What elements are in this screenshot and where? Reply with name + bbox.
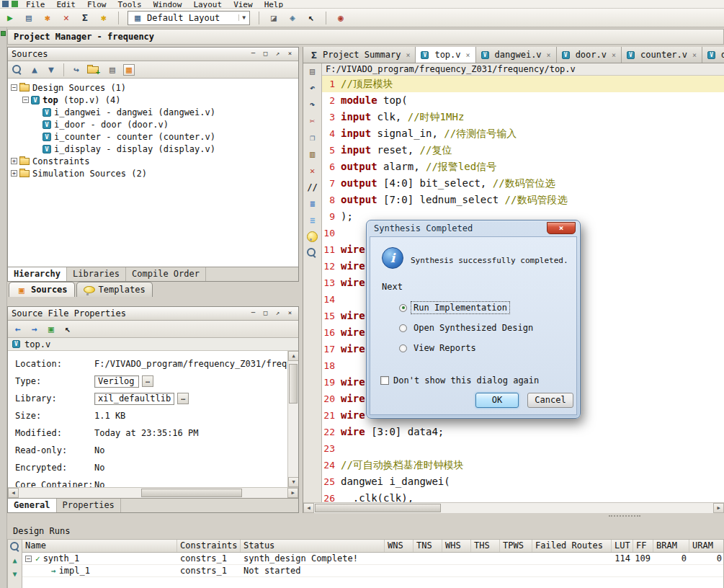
vertical-scrollbar[interactable]: ▲ ▼	[287, 351, 298, 487]
select-icon[interactable]: ↖	[62, 324, 73, 335]
editor-tab-project-summary[interactable]: ΣProject Summary×	[303, 47, 416, 63]
code-line[interactable]: 5input reset, //复位	[322, 142, 724, 159]
gear-icon[interactable]: ✱	[42, 12, 53, 24]
close-icon[interactable]: ×	[285, 50, 295, 58]
editor-tab-counter-v[interactable]: Vcounter.v×	[622, 47, 702, 63]
menu-help[interactable]: Help	[259, 0, 289, 9]
float-icon[interactable]: □	[261, 50, 270, 58]
properties-panel-header[interactable]: Source File Properties ─□↗×	[8, 307, 298, 321]
collapse-icon[interactable]: −	[11, 84, 17, 91]
cut-icon[interactable]: ✂	[307, 115, 318, 126]
indent-icon[interactable]: ≡	[307, 198, 318, 209]
column-header-whs[interactable]: WHS	[442, 540, 471, 552]
collapse-all-icon[interactable]: ▲	[10, 556, 20, 565]
menu-file[interactable]: File	[21, 0, 50, 9]
expand-flow-navigator-button[interactable]	[1, 31, 6, 36]
menu-layout[interactable]: Layout	[188, 0, 227, 9]
scroll-right-icon[interactable]: ▶	[713, 503, 724, 513]
toggle-comment-icon[interactable]: //	[307, 182, 318, 192]
tree-item[interactable]: +Constraints	[8, 155, 298, 167]
code-line[interactable]: 3input clk, //时钟1MHz	[322, 109, 724, 125]
scrollbar-thumb[interactable]	[141, 489, 242, 497]
redo-icon[interactable]: ↷	[307, 99, 318, 110]
ellipsis-button[interactable]: …	[142, 375, 153, 387]
scrollbar-thumb[interactable]	[289, 364, 298, 404]
code-line[interactable]: 26 .clk(clk),	[322, 490, 724, 502]
code-line[interactable]: 6output alarm, //报警led信号	[322, 159, 724, 175]
column-header-tns[interactable]: TNS	[414, 540, 442, 552]
flow-navigator-strip[interactable]	[0, 27, 7, 588]
sources-panel-header[interactable]: Sources ─□↗×	[8, 48, 298, 61]
expand-all-icon[interactable]: ▼	[10, 569, 20, 579]
scroll-to-selected-icon[interactable]: ▦	[123, 64, 135, 76]
radio-option-open-synthesized-design[interactable]: Open Synthesized Design	[399, 318, 535, 338]
editor-tab-door-v[interactable]: Vdoor.v×	[557, 47, 622, 63]
tree-item[interactable]: +Simulation Sources (2)	[8, 167, 298, 179]
splitter-handle[interactable]	[609, 515, 640, 518]
tree-item[interactable]: −Vtop (top.v) (4)	[8, 94, 298, 106]
find-icon[interactable]	[307, 248, 318, 259]
undo-icon[interactable]: ↶	[307, 82, 318, 93]
scroll-up-icon[interactable]: ▲	[288, 351, 298, 361]
scroll-down-icon[interactable]: ▼	[288, 477, 298, 487]
collapse-icon[interactable]: −	[25, 556, 32, 562]
menu-window[interactable]: Window	[148, 0, 187, 9]
code-line[interactable]: 8output [7:0] lednum_select //数码管段选	[322, 192, 724, 208]
menu-view[interactable]: View	[228, 0, 258, 9]
tab-compile-order[interactable]: Compile Order	[126, 267, 206, 281]
delete-icon[interactable]: ✕	[307, 165, 318, 176]
dialog-close-button[interactable]: ×	[547, 222, 576, 234]
close-tab-icon[interactable]: ×	[406, 51, 410, 59]
editor-tab-display-v[interactable]: Vdisplay.v×	[702, 47, 724, 63]
maximize-icon[interactable]: ↗	[273, 309, 282, 318]
expand-icon[interactable]: +	[11, 170, 17, 177]
layout-selector[interactable]: ▦Default Layout▼	[128, 11, 250, 25]
ok-button[interactable]: OK	[475, 393, 519, 408]
pointer-icon[interactable]: ↖	[305, 12, 317, 24]
code-line[interactable]: 1//顶层模块	[322, 76, 724, 92]
scrollbar-thumb[interactable]	[315, 504, 441, 512]
new-file-icon[interactable]: ▤	[107, 64, 118, 76]
dont-show-again-checkbox[interactable]: Don't show this dialog again	[380, 375, 539, 386]
cancel-icon[interactable]: ✕	[61, 12, 72, 24]
tab-libraries[interactable]: Libraries	[67, 267, 126, 281]
radio-button-icon[interactable]	[399, 344, 407, 352]
outdent-icon[interactable]: ≡	[307, 215, 318, 226]
search-icon[interactable]	[12, 65, 24, 74]
horizontal-scrollbar[interactable]: ◀ ▶	[8, 487, 298, 498]
maximize-icon[interactable]: ↗	[273, 50, 282, 58]
code-line[interactable]: 24//可自动换档基准时钟模块	[322, 457, 724, 473]
edit-properties-icon[interactable]: ▣	[45, 324, 57, 335]
dropdown-arrow-icon[interactable]: ▼	[238, 14, 246, 21]
radio-option-run-implementation[interactable]: Run Implementation	[399, 298, 535, 318]
scroll-right-icon[interactable]: ▶	[287, 488, 298, 498]
collapse-all-icon[interactable]: ▲	[29, 64, 40, 76]
cancel-button[interactable]: Cancel	[527, 393, 573, 408]
forward-icon[interactable]: →	[29, 324, 40, 335]
radio-button-icon[interactable]	[399, 324, 407, 332]
code-line[interactable]: 22wire [3:0] data4;	[322, 424, 724, 440]
float-icon[interactable]: □	[261, 309, 270, 318]
close-tab-icon[interactable]: ×	[692, 51, 697, 59]
close-tab-icon[interactable]: ×	[466, 51, 470, 59]
code-line[interactable]: 7output [4:0] bit_select, //数码管位选	[322, 175, 724, 192]
hammer-icon[interactable]: ◪	[268, 12, 280, 24]
sigma-icon[interactable]: Σ	[79, 12, 91, 24]
back-icon[interactable]: ←	[12, 324, 24, 335]
column-header-lut[interactable]: LUT	[612, 540, 633, 552]
collapse-icon[interactable]: −	[22, 97, 29, 103]
column-header-tpws[interactable]: TPWS	[500, 540, 532, 552]
code-line[interactable]: 4input signal_in, //待测信号输入	[322, 125, 724, 142]
tree-item[interactable]: Vi_counter - counter (counter.v)	[8, 130, 298, 143]
editor-tab-top-v[interactable]: Vtop.v×	[416, 47, 475, 63]
column-header-wns[interactable]: WNS	[385, 540, 414, 552]
property-input[interactable]: xil_defaultlib	[94, 393, 174, 405]
tree-item[interactable]: Vi_door - door (door.v)	[8, 118, 298, 130]
highlight-icon[interactable]	[307, 231, 318, 242]
design-run-row[interactable]: →impl_1constrs_1Not started	[22, 565, 723, 577]
menu-tools[interactable]: Tools	[113, 0, 147, 9]
paste-icon[interactable]: ▥	[307, 148, 318, 159]
scroll-left-icon[interactable]: ◀	[303, 503, 314, 513]
code-line[interactable]: 23	[322, 440, 724, 457]
design-run-row[interactable]: −✓synth_1constrs_1synth_design Complete!…	[22, 553, 723, 565]
